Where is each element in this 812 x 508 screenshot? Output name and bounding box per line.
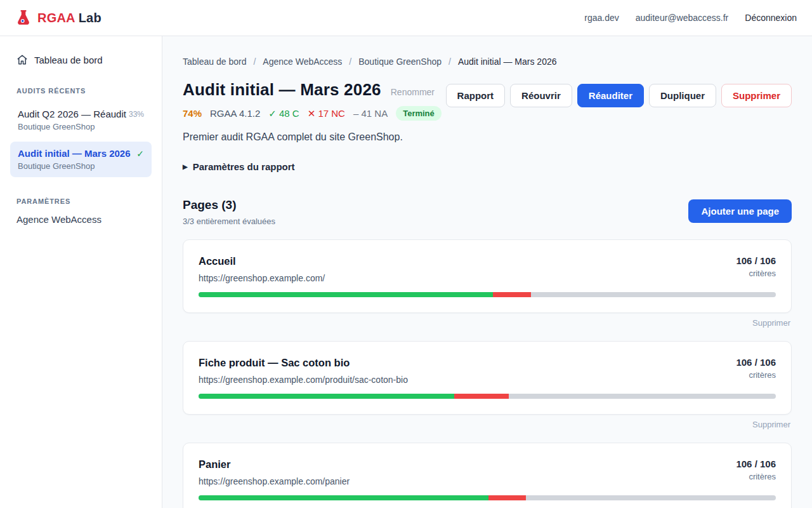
progress-non-conform-segment (488, 495, 526, 500)
audit-referential: RGAA 4.1.2 (210, 108, 260, 119)
progress-non-conform-segment (454, 394, 509, 399)
rename-link[interactable]: Renommer (391, 87, 435, 97)
logout-link[interactable]: Déconnexion (745, 13, 797, 23)
progress-conform-segment (199, 495, 488, 500)
audit-item-title: Audit initial — Mars 2026 (18, 148, 131, 159)
main-content: Tableau de bord / Agence WebAccess / Bou… (162, 36, 812, 508)
brand-name-primary: RGAA (37, 11, 75, 25)
audit-item-title: Audit Q2 2026 — Réaudit (18, 109, 126, 119)
page-title: Audit initial — Mars 2026 (183, 80, 381, 100)
progress-conform-segment (199, 292, 493, 297)
report-button[interactable]: Rapport (446, 84, 506, 107)
breadcrumb-separator: / (253, 57, 256, 67)
brand-logo[interactable]: RGAALab (15, 10, 102, 26)
page-url: https://greenshop.example.com/produit/sa… (199, 375, 408, 385)
pages-section: Pages (3) 3/3 entièrement évaluées Ajout… (183, 198, 792, 508)
sidebar-item-audit-q2-2026[interactable]: Audit Q2 2026 — Réaudit 33% Boutique Gre… (10, 102, 152, 138)
page-score: 106 / 106 (736, 357, 776, 368)
top-bar: RGAALab rgaa.dev auditeur@webaccess.fr D… (0, 0, 812, 36)
delete-audit-button[interactable]: Supprimer (721, 84, 792, 107)
sidebar-section-settings: Paramètres (16, 197, 145, 205)
top-nav: rgaa.dev auditeur@webaccess.fr Déconnexi… (584, 13, 797, 23)
home-icon (16, 54, 28, 65)
page-progress-bar (199, 495, 776, 500)
check-icon: ✓ (268, 108, 277, 119)
page-name: Accueil (199, 255, 325, 267)
breadcrumb-agency[interactable]: Agence WebAccess (263, 57, 342, 67)
audit-item-subtitle: Boutique GreenShop (18, 161, 144, 171)
breadcrumb-current-audit: Audit initial — Mars 2026 (458, 57, 557, 67)
page-name: Fiche produit — Sac coton bio (199, 357, 408, 369)
delete-page-link[interactable]: Supprimer (184, 318, 790, 328)
page-score-label: critères (736, 472, 776, 481)
duplicate-button[interactable]: Dupliquer (649, 84, 716, 107)
breadcrumb-dashboard[interactable]: Tableau de bord (183, 57, 246, 67)
brand-name-secondary: Lab (79, 11, 102, 25)
report-settings-label: Paramètres du rapport (193, 161, 295, 172)
page-url: https://greenshop.example.com/panier (199, 476, 350, 486)
page-score-label: critères (736, 370, 776, 380)
not-applicable-stat: – 41 NA (353, 108, 388, 119)
page-score-label: critères (736, 269, 776, 278)
cross-icon: ✕ (308, 108, 316, 119)
conform-stat: ✓ 48 C (268, 108, 299, 119)
check-icon: ✓ (136, 149, 144, 159)
reopen-button[interactable]: Réouvrir (510, 84, 572, 107)
breadcrumb: Tableau de bord / Agence WebAccess / Bou… (183, 57, 792, 67)
sidebar-item-audit-initial-mars-2026[interactable]: Audit initial — Mars 2026 ✓ Boutique Gre… (10, 142, 152, 177)
page-card-accueil[interactable]: Accueil https://greenshop.example.com/ 1… (183, 239, 792, 313)
report-settings-toggle[interactable]: ▶ Paramètres du rapport (183, 161, 442, 172)
progress-non-conform-segment (493, 292, 531, 297)
pages-subtitle: 3/3 entièrement évaluées (183, 217, 275, 226)
page-card-panier[interactable]: Panier https://greenshop.example.com/pan… (183, 443, 792, 508)
page-progress-bar (199, 292, 776, 297)
reaudit-button[interactable]: Réauditer (577, 84, 644, 107)
top-link-site[interactable]: rgaa.dev (584, 13, 619, 23)
audit-description: Premier audit RGAA complet du site Green… (183, 131, 442, 143)
audit-score: 74% (183, 108, 202, 119)
sidebar-item-dashboard[interactable]: Tableau de bord (10, 53, 152, 67)
non-conform-stat: ✕ 17 NC (308, 108, 345, 119)
breadcrumb-separator: / (449, 57, 451, 67)
audit-item-subtitle: Boutique GreenShop (18, 122, 144, 131)
status-badge: Terminé (396, 106, 442, 121)
pages-title: Pages (3) (183, 198, 275, 212)
breadcrumb-separator: / (349, 57, 351, 67)
top-link-account-email[interactable]: auditeur@webaccess.fr (636, 13, 729, 23)
page-progress-bar (199, 394, 776, 399)
audit-item-progress: 33% (129, 110, 144, 119)
sidebar: Tableau de bord Audits récents Audit Q2 … (0, 36, 162, 508)
sidebar-item-agence-webaccess[interactable]: Agence WebAccess (10, 213, 152, 226)
page-card-fiche-produit[interactable]: Fiche produit — Sac coton bio https://gr… (183, 341, 792, 415)
flask-icon (15, 10, 32, 26)
add-page-button[interactable]: Ajouter une page (688, 199, 792, 223)
audit-stats: 74% RGAA 4.1.2 ✓ 48 C ✕ 17 NC – 41 NA Te… (183, 106, 442, 121)
audit-header: Audit initial — Mars 2026 Renommer 74% R… (183, 80, 442, 172)
page-score: 106 / 106 (736, 458, 776, 469)
progress-conform-segment (199, 394, 454, 399)
sidebar-section-recent-audits: Audits récents (16, 87, 145, 95)
sidebar-dashboard-label: Tableau de bord (34, 55, 103, 65)
page-name: Panier (199, 458, 350, 471)
breadcrumb-site[interactable]: Boutique GreenShop (358, 57, 442, 67)
audit-actions: Rapport Réouvrir Réauditer Dupliquer Sup… (446, 84, 792, 107)
delete-page-link[interactable]: Supprimer (184, 420, 790, 429)
page-url: https://greenshop.example.com/ (199, 273, 325, 283)
page-score: 106 / 106 (736, 255, 776, 266)
chevron-right-icon: ▶ (183, 163, 188, 170)
dash-icon: – (353, 108, 358, 119)
